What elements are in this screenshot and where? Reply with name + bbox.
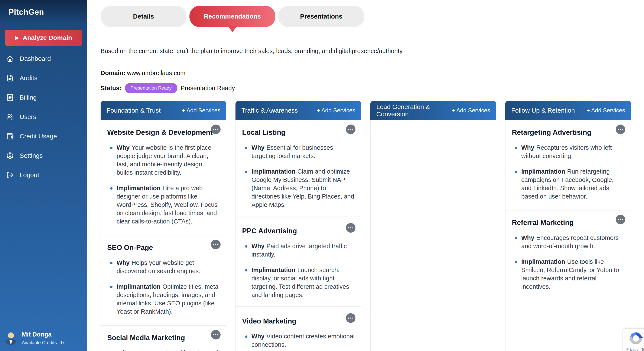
- user-name: Mit Donga: [22, 331, 64, 338]
- card-bullets: WhyRecaptures visitors who left without …: [512, 144, 624, 201]
- column-title: Follow Up & Retention: [511, 107, 575, 114]
- card-title: PPC Advertising: [242, 227, 354, 235]
- service-card-retargeting-advertising: Retargeting AdvertisingWhyRecaptures vis…: [506, 120, 631, 208]
- bullet-lead: Implimantation: [116, 283, 162, 290]
- card-bullets: WhyProves your brand is active and credi…: [107, 349, 220, 351]
- analyze-domain-button[interactable]: ▶ Analyze Domain: [5, 30, 82, 46]
- recaptcha-badge[interactable]: Privacy - Terms: [623, 329, 644, 351]
- app-root: PitchGen ▶ Analyze Domain DashboardAudit…: [0, 0, 644, 351]
- sidebar-item-billing[interactable]: Billing: [0, 88, 87, 107]
- card-title: Website Design & Development: [107, 128, 220, 137]
- column-follow-up-retention: Follow Up & Retention+ Add ServicesRetar…: [505, 101, 631, 351]
- service-card-local-listing: Local ListingWhyEssential for businesses…: [236, 120, 361, 216]
- ellipsis-icon: [213, 129, 218, 130]
- bullet-text: Proves your brand is active and credible…: [116, 349, 218, 351]
- card-bullets: WhyEssential for businesses targeting lo…: [242, 144, 354, 209]
- card-menu-button[interactable]: [346, 223, 356, 233]
- intro-text: Based on the current state, craft the pl…: [100, 48, 644, 55]
- add-services-button[interactable]: + Add Services: [317, 107, 355, 114]
- service-card-seo-on-page: SEO On-PageWhyHelps your website get dis…: [101, 235, 226, 323]
- sidebar-item-label: Audits: [20, 74, 37, 82]
- card-title: Social Media Marketing: [107, 334, 220, 342]
- column-traffic-awareness: Traffic & Awareness+ Add ServicesLocal L…: [236, 101, 361, 351]
- card-bullet: WhyRecaptures visitors who left without …: [521, 144, 624, 160]
- sidebar-item-label: Credit Usage: [20, 133, 57, 140]
- main-content: DetailsRecommendationsPresentations Base…: [87, 0, 644, 351]
- card-bullet: ImplimantationOptimize titles, meta desc…: [116, 282, 220, 316]
- app-logo: PitchGen: [0, 0, 87, 23]
- status-line: Status: Presentation Ready Presentation …: [100, 83, 644, 93]
- service-card-video-marketing: Video MarketingWhyVideo content creates …: [236, 309, 361, 351]
- gear-icon: [6, 152, 14, 159]
- bullet-lead: Implimantation: [252, 168, 297, 175]
- domain-label: Domain:: [100, 70, 125, 76]
- column-lead-generation-conversion: Lead Generation & Conversion+ Add Servic…: [370, 101, 496, 351]
- wallet-icon: [6, 133, 14, 140]
- play-icon: ▶: [15, 35, 19, 40]
- card-bullet: ImplimantationUse tools like Smile.io, R…: [521, 258, 624, 291]
- tab-details[interactable]: Details: [100, 6, 186, 27]
- tab-recommendations[interactable]: Recommendations: [190, 6, 275, 27]
- card-bullet: WhyHelps your website get discovered on …: [116, 259, 220, 275]
- card-menu-button[interactable]: [616, 125, 625, 134]
- card-bullet: ImplimantationLaunch search, display, or…: [252, 266, 354, 299]
- card-title: Referral Marketing: [512, 219, 624, 227]
- bullet-lead: Implimantation: [521, 258, 567, 265]
- tab-label: Presentations: [300, 13, 342, 20]
- domain-value: www.umbrellaus.com: [127, 70, 186, 76]
- card-bullet: ImplimantationRun retargeting campaigns …: [521, 167, 624, 201]
- bullet-lead: Why: [252, 333, 266, 340]
- column-title: Traffic & Awareness: [242, 107, 298, 114]
- card-bullet: WhyYour website is the first place peopl…: [116, 144, 220, 177]
- bullet-lead: Why: [116, 259, 132, 266]
- sidebar-item-users[interactable]: Users: [0, 107, 87, 126]
- add-services-button[interactable]: + Add Services: [586, 107, 625, 114]
- column-body: Local ListingWhyEssential for businesses…: [236, 120, 361, 351]
- service-card-website-design-development: Website Design & DevelopmentWhyYour webs…: [101, 120, 226, 233]
- tab-bar: DetailsRecommendationsPresentations: [100, 6, 644, 27]
- card-bullets: WhyVideo content creates emotional conne…: [242, 332, 354, 351]
- card-bullets: WhyHelps your website get discovered on …: [107, 259, 220, 316]
- column-body: Retargeting AdvertisingWhyRecaptures vis…: [505, 120, 631, 351]
- bullet-text: Video content creates emotional connecti…: [252, 333, 354, 348]
- recaptcha-icon: [629, 331, 643, 345]
- ellipsis-icon: [213, 244, 218, 245]
- bullet-lead: Implimantation: [521, 168, 567, 175]
- sidebar-item-logout[interactable]: Logout: [0, 165, 87, 185]
- sidebar-item-dashboard[interactable]: Dashboard: [0, 49, 87, 68]
- card-bullet: ImplimantationClaim and optimize Google …: [252, 167, 354, 209]
- recaptcha-privacy-terms[interactable]: Privacy - Terms: [626, 347, 644, 351]
- active-tab-pointer: [228, 26, 237, 32]
- ellipsis-icon: [213, 334, 218, 335]
- sidebar-item-settings[interactable]: Settings: [0, 146, 87, 165]
- bullet-lead: Why: [252, 243, 266, 249]
- status-label: Status:: [100, 85, 122, 92]
- sidebar: PitchGen ▶ Analyze Domain DashboardAudit…: [0, 0, 87, 351]
- card-menu-button[interactable]: [211, 125, 220, 134]
- bullet-lead: Why: [116, 349, 132, 351]
- card-menu-button[interactable]: [211, 330, 220, 339]
- sidebar-item-audits[interactable]: Audits: [0, 68, 87, 88]
- card-menu-button[interactable]: [346, 313, 356, 323]
- users-icon: [6, 113, 14, 121]
- bullet-lead: Why: [252, 144, 266, 151]
- card-menu-button[interactable]: [346, 125, 356, 134]
- card-title: SEO On-Page: [107, 243, 220, 252]
- ellipsis-icon: [618, 129, 623, 130]
- sidebar-item-credit-usage[interactable]: Credit Usage: [0, 126, 87, 146]
- add-services-button[interactable]: + Add Services: [452, 107, 490, 114]
- tab-presentations[interactable]: Presentations: [278, 6, 364, 27]
- user-box[interactable]: Mit Donga Available Credits: 97: [0, 326, 87, 351]
- sidebar-nav: DashboardAuditsBillingUsersCredit UsageS…: [0, 49, 87, 185]
- card-bullet: WhyEncourages repeat customers and word-…: [521, 234, 624, 250]
- sidebar-item-label: Settings: [20, 152, 42, 159]
- card-bullet: WhyPaid ads drive targeted traffic insta…: [252, 242, 354, 259]
- add-services-button[interactable]: + Add Services: [182, 107, 220, 114]
- column-header: Traffic & Awareness+ Add Services: [236, 101, 361, 120]
- card-menu-button[interactable]: [211, 240, 220, 249]
- card-menu-button[interactable]: [616, 215, 625, 224]
- card-bullets: WhyEncourages repeat customers and word-…: [512, 234, 624, 291]
- avatar: [4, 331, 18, 345]
- ellipsis-icon: [348, 317, 353, 318]
- ellipsis-icon: [348, 129, 353, 130]
